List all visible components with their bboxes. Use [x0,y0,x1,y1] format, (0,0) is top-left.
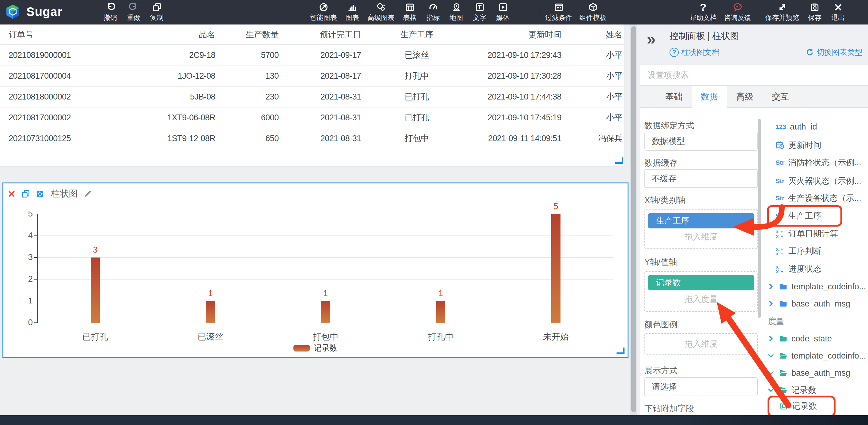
binding-select[interactable]: 数据模型 [644,132,758,151]
field-更新时间[interactable]: 更新时间 [767,138,867,152]
color-legend-dropzone[interactable]: 拖入维度 [644,333,758,355]
brand-name: Sugar [26,5,62,19]
field-template_codeinfo...[interactable]: template_codeinfo... [767,349,867,363]
table-cell: 230 [217,86,281,107]
yaxis-dropzone[interactable]: 记录数 拖入度量 [644,271,758,312]
settings-scrollbar-thumb[interactable] [758,119,761,318]
settings-search-input[interactable] [640,65,868,85]
text-button[interactable]: 文字 [468,0,491,25]
legend-label: 记录数 [314,342,338,353]
xaxis-field-chip[interactable]: 生产工序 [648,213,754,228]
map-button[interactable]: 地图 [445,0,468,25]
filter-label: 过滤条件 [545,13,572,22]
tab-高级[interactable]: 高级 [727,86,763,108]
data-settings-column: 数据绑定方式 数据模型 数据缓存 不缓存 X轴/类别轴 生产工序 拖入维度 Y轴… [640,108,765,415]
svg-text:+: + [780,233,783,238]
chevron-right-icon[interactable] [767,335,775,342]
panel-title: 控制面板 | 柱状图 [670,30,739,42]
y-axis-tick-label: 5 [16,209,33,219]
field-base_auth_msg[interactable]: base_auth_msg [767,366,867,380]
undo-button[interactable]: 撤销 [99,0,122,25]
chevron-down-icon[interactable] [767,369,775,377]
map-icon [452,2,462,12]
field-生产工序[interactable]: Str生产工序 [767,209,867,223]
table-button[interactable]: 表格 [398,0,422,25]
canvas-scrollbar[interactable] [630,25,637,415]
exit-button[interactable]: 退出 [826,0,849,25]
bar-打孔中[interactable] [436,301,445,323]
field-auth_id[interactable]: 123auth_id [767,120,867,134]
save-button[interactable]: 保存 [803,0,826,25]
chart-button[interactable]: 图表 [341,0,364,25]
field-灭火器状态（示例...[interactable]: Str灭火器状态（示例... [767,174,867,188]
table-resize-handle[interactable] [615,157,623,164]
indicator-button[interactable]: 指标 [422,0,445,25]
chart-legend[interactable]: 记录数 [3,342,627,353]
tab-数据[interactable]: 数据 [691,86,727,108]
field-记录数[interactable]: 记录数 [767,383,867,397]
bar-chart-widget[interactable]: 柱状图 0123453已打孔1已滚丝1打包中1打孔中5未开始 记录数 [2,183,628,358]
calc-icon: x÷x+ [775,264,785,273]
field-订单日期计算[interactable]: x÷x+订单日期计算 [767,227,867,241]
feedback-button[interactable]: 咨询反馈 [720,0,755,25]
table-cell: 2021-09-10 17:44:38 [471,86,563,107]
field-消防栓状态（示例...[interactable]: Str消防栓状态（示例... [767,156,867,170]
display-mode-select[interactable]: 请选择 [644,377,758,396]
feedback-label: 咨询反馈 [724,13,751,22]
collapse-panel-icon[interactable]: » [647,30,656,48]
bar-已滚丝[interactable] [206,301,215,323]
advanced-chart-button[interactable]: 高级图表 [364,0,398,25]
field-label: base_auth_msg [792,299,850,308]
chart-resize-handle[interactable] [617,348,624,354]
help-doc-button[interactable]: ?帮助文档 [686,0,720,25]
cache-select[interactable]: 不缓存 [644,169,758,188]
field-生产设备状态（示...[interactable]: Str生产设备状态（示... [767,191,867,205]
smart-chart-button[interactable]: 智能图表 [306,0,341,25]
field-进度状态[interactable]: x÷x+进度状态 [767,262,867,276]
field-label: 记录数 [792,400,817,412]
table-cell: 2021-09-17 [281,45,363,66]
table-cell: 已打孔 [363,86,471,107]
table-row[interactable]: 202108180000025JB-082302021-08-31已打孔2021… [0,86,624,107]
color-legend-label: 颜色图例 [644,319,678,330]
media-button[interactable]: 媒体 [491,0,515,25]
chevron-right-icon[interactable] [767,300,775,308]
table-widget[interactable]: 订单号品名生产数量预计完工日生产工序更新时间姓名 202108190000012… [0,25,624,166]
yaxis-field-chip[interactable]: 记录数 [648,275,754,290]
filter-button[interactable]: 过滤条件 [541,0,576,25]
field-base_auth_msg[interactable]: base_auth_msg [767,297,867,311]
table-row[interactable]: 202108170000021XT9-06-08R60002021-08-31已… [0,107,624,128]
field-记录数[interactable]: 记录数 [767,399,867,413]
table-cell: 2021-09-10 17:30:28 [471,66,563,86]
x-axis-category-label: 未开始 [522,331,590,342]
field-template_codeinfo...[interactable]: template_codeinfo... [767,280,867,294]
tab-交互[interactable]: 交互 [763,86,798,108]
component-template-button[interactable]: 组件模板 [576,0,610,25]
field-工序判断[interactable]: x÷x+工序判断 [767,244,867,258]
svg-text:x: x [776,251,779,256]
x-axis-line [37,323,614,323]
switch-chart-type-link[interactable]: 切换图表类型 [806,47,863,57]
bar-打包中[interactable] [321,301,330,323]
tab-基础[interactable]: 基础 [656,86,691,108]
table-cell: 冯保兵 [563,128,624,149]
chevron-down-icon[interactable] [767,352,775,360]
bar-已打孔[interactable] [91,258,100,323]
save-preview-button[interactable]: 保存并预览 [762,0,803,25]
table-row[interactable]: 202108170000041JO-12-081302021-08-17打孔中2… [0,66,624,86]
chart-doc-link[interactable]: ? 柱状图文档 [670,47,719,57]
data-table: 订单号品名生产数量预计完工日生产工序更新时间姓名 202108190000012… [0,25,624,149]
folder-open-icon [779,351,788,360]
chevron-right-icon[interactable] [767,283,775,291]
table-cell: 2021-08-31 [281,86,363,107]
table-row[interactable]: 202107310001251ST9-12-08R6502021-08-31打包… [0,128,624,149]
copy-button[interactable]: 复制 [145,0,168,25]
gridline [38,235,614,236]
bar-未开始[interactable] [551,214,560,323]
redo-button[interactable]: 重做 [122,0,145,25]
xaxis-dropzone[interactable]: 生产工序 拖入维度 [644,209,758,249]
canvas-scrollbar-thumb[interactable] [631,26,636,412]
field-code_state[interactable]: code_state [767,332,867,346]
table-row[interactable]: 202108190000012C9-1857002021-09-17已滚丝202… [0,45,624,66]
chevron-down-icon[interactable] [767,386,775,394]
